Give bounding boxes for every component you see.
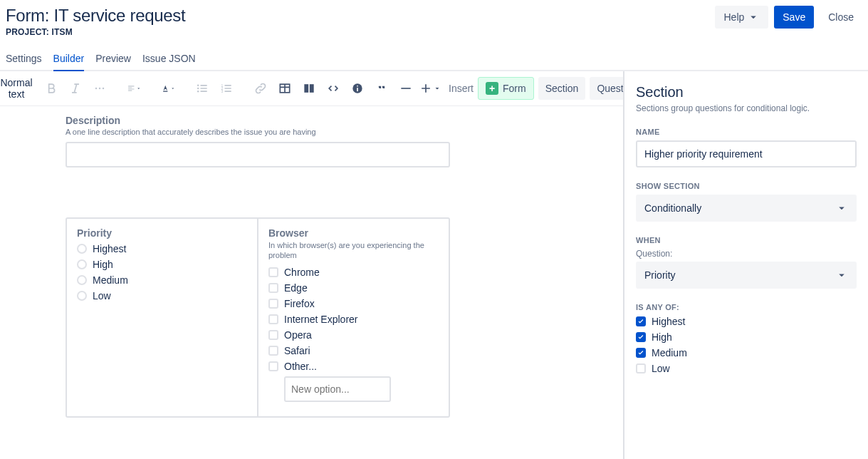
description-help: A one line description that accurately d… bbox=[66, 128, 450, 136]
description-input[interactable] bbox=[66, 142, 450, 167]
svg-rect-11 bbox=[304, 84, 308, 93]
checkbox-icon bbox=[636, 348, 646, 358]
checkbox-icon bbox=[268, 267, 278, 277]
browser-option[interactable]: Edge bbox=[268, 282, 439, 294]
when-question-select[interactable]: Priority bbox=[636, 262, 857, 289]
browser-option[interactable]: Chrome bbox=[268, 267, 439, 278]
chevron-down-icon bbox=[835, 269, 848, 282]
text-color-icon bbox=[161, 81, 170, 96]
checkbox-icon bbox=[636, 316, 646, 326]
isanyof-label: IS ANY OF: bbox=[636, 303, 857, 311]
number-list-button[interactable]: 123 bbox=[215, 77, 238, 100]
new-option-input[interactable] bbox=[284, 376, 391, 402]
condition-checkbox[interactable]: Medium bbox=[636, 347, 857, 359]
checkbox-label: High bbox=[652, 331, 672, 343]
project-subtitle: PROJECT: ITSM bbox=[6, 27, 185, 37]
insert-section-button[interactable]: Section bbox=[538, 77, 586, 100]
browser-option[interactable]: Internet Explorer bbox=[268, 314, 439, 325]
svg-point-6 bbox=[197, 91, 199, 93]
condition-checkbox[interactable]: High bbox=[636, 331, 857, 343]
info-icon bbox=[350, 81, 365, 96]
browser-option[interactable]: Firefox bbox=[268, 298, 439, 309]
option-label: High bbox=[93, 259, 113, 270]
italic-icon bbox=[68, 81, 83, 96]
chevron-down-icon bbox=[433, 83, 441, 94]
more-formatting-button[interactable] bbox=[88, 77, 111, 100]
text-style-select[interactable]: Normal text bbox=[6, 77, 28, 100]
code-button[interactable] bbox=[322, 77, 345, 100]
align-left-icon bbox=[127, 81, 136, 96]
option-label: Highest bbox=[93, 243, 126, 254]
show-section-select[interactable]: Conditionally bbox=[636, 195, 857, 222]
radio-icon bbox=[77, 275, 87, 285]
priority-option[interactable]: High bbox=[77, 259, 247, 270]
table-button[interactable] bbox=[273, 77, 296, 100]
browser-option[interactable]: Safari bbox=[268, 345, 439, 356]
layout-icon bbox=[302, 81, 316, 96]
svg-point-0 bbox=[95, 88, 98, 90]
option-label: Edge bbox=[284, 282, 308, 294]
section-properties-panel: Section Sections group questions for con… bbox=[623, 71, 868, 459]
checkbox-icon bbox=[268, 346, 278, 356]
tab-preview[interactable]: Preview bbox=[95, 48, 131, 71]
insert-question-button[interactable]: Question bbox=[590, 77, 623, 100]
show-section-label: SHOW SECTION bbox=[636, 182, 857, 190]
text-color-button[interactable] bbox=[157, 77, 179, 100]
checkbox-icon bbox=[268, 314, 278, 324]
option-label: Other... bbox=[284, 361, 317, 372]
insert-label: Insert bbox=[449, 83, 474, 94]
checkbox-icon bbox=[636, 363, 646, 373]
close-button[interactable]: Close bbox=[820, 6, 862, 29]
help-button[interactable]: Help bbox=[715, 6, 768, 29]
info-panel-button[interactable] bbox=[346, 77, 369, 100]
checkbox-icon bbox=[268, 283, 278, 293]
divider-button[interactable] bbox=[394, 77, 417, 100]
layout-button[interactable] bbox=[298, 77, 320, 100]
checkbox-label: Highest bbox=[652, 316, 685, 327]
tab-issue-json[interactable]: Issue JSON bbox=[142, 48, 196, 71]
plus-badge-icon: + bbox=[486, 82, 498, 95]
tab-settings[interactable]: Settings bbox=[6, 48, 42, 71]
condition-checkbox[interactable]: Low bbox=[636, 363, 857, 374]
checkbox-icon bbox=[268, 361, 278, 371]
checkbox-label: Medium bbox=[652, 347, 687, 359]
bullet-list-button[interactable] bbox=[191, 77, 214, 100]
radio-icon bbox=[77, 259, 87, 269]
checkbox-icon bbox=[268, 299, 278, 309]
editor-panel: Normal text bbox=[0, 71, 623, 459]
plus-button[interactable] bbox=[419, 77, 441, 100]
bullet-list-icon bbox=[195, 81, 209, 96]
chevron-down-icon bbox=[747, 11, 760, 24]
svg-point-4 bbox=[197, 85, 199, 87]
quote-button[interactable] bbox=[370, 77, 393, 100]
align-button[interactable] bbox=[122, 77, 145, 100]
svg-rect-15 bbox=[357, 88, 358, 91]
priority-label: Priority bbox=[77, 227, 247, 239]
section-name-input[interactable] bbox=[636, 140, 857, 167]
browser-help: In which browser(s) are you experiencing… bbox=[268, 240, 439, 261]
option-label: Opera bbox=[284, 329, 312, 341]
save-button[interactable]: Save bbox=[774, 6, 814, 29]
bold-button[interactable] bbox=[40, 77, 63, 100]
condition-checkbox[interactable]: Highest bbox=[636, 316, 857, 327]
browser-option[interactable]: Other... bbox=[268, 361, 439, 372]
chevron-down-icon bbox=[170, 83, 176, 94]
insert-form-button[interactable]: + Form bbox=[478, 77, 534, 100]
svg-point-2 bbox=[103, 88, 105, 90]
priority-option[interactable]: Medium bbox=[77, 274, 247, 286]
radio-icon bbox=[77, 291, 87, 301]
question-sublabel: Question: bbox=[636, 249, 857, 259]
tabs: Settings Builder Preview Issue JSON bbox=[0, 43, 868, 71]
italic-button[interactable] bbox=[64, 77, 87, 100]
page-title: Form: IT service request bbox=[6, 6, 185, 26]
columns-section: Priority HighestHighMediumLow Browser In… bbox=[66, 217, 450, 418]
number-list-icon: 123 bbox=[219, 81, 234, 96]
browser-option[interactable]: Opera bbox=[268, 329, 439, 341]
priority-option[interactable]: Highest bbox=[77, 243, 247, 254]
side-desc: Sections group questions for conditional… bbox=[636, 103, 857, 113]
svg-point-5 bbox=[197, 88, 199, 90]
link-button[interactable] bbox=[249, 77, 272, 100]
tab-builder[interactable]: Builder bbox=[53, 48, 85, 71]
priority-option[interactable]: Low bbox=[77, 290, 247, 301]
code-icon bbox=[326, 81, 340, 96]
